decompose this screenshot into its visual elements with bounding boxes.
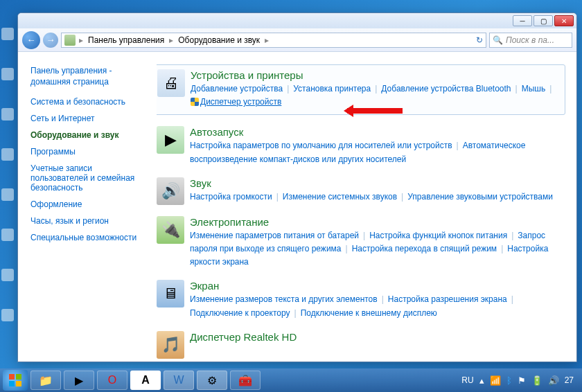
category-link[interactable]: Мышь [522, 84, 546, 93]
separator: | [452, 141, 463, 150]
minimize-button[interactable]: ─ [513, 15, 532, 26]
category-links: Изменение размеров текста и других элеме… [190, 293, 565, 319]
refresh-icon[interactable]: ↻ [476, 35, 483, 45]
category-links: Настройка параметров по умолчанию для но… [190, 139, 565, 166]
category-link[interactable]: Установка принтера [293, 84, 371, 93]
sidebar-home-label: Панель управления - [30, 66, 112, 75]
category-link[interactable]: Настройка функций кнопок питания [369, 231, 507, 240]
category: 🔊ЗвукНастройка громкости|Изменение систе… [157, 177, 565, 205]
desktop-icon[interactable] [1, 188, 14, 201]
desktop-icon[interactable] [1, 229, 14, 241]
category-link[interactable]: Изменение размеров текста и других элеме… [190, 294, 378, 304]
svg-rect-2 [9, 381, 15, 386]
category-link[interactable]: Подключение к внешнему дисплею [301, 308, 437, 318]
category: 🔌ЭлектропитаниеИзменение параметров пита… [157, 216, 565, 269]
category-link[interactable]: Добавление устройства Bluetooth [381, 84, 511, 93]
flag-icon[interactable]: ⚑ [518, 375, 526, 386]
category: 🎵Диспетчер Realtek HD [157, 331, 565, 359]
taskbar: 📁 ▶ O A W ⚙ 🧰 RU ▴ 📶 ᛒ ⚑ 🔋 🔊 27 [0, 368, 582, 392]
desktop-icon[interactable] [1, 108, 14, 121]
bluetooth-icon[interactable]: ᛒ [506, 375, 512, 386]
desktop-icon[interactable] [1, 309, 14, 321]
search-icon: 🔍 [493, 35, 503, 45]
content-area: 🖨Устройства и принтерыДобавление устройс… [157, 52, 576, 362]
taskbar-explorer[interactable]: 📁 [30, 371, 61, 390]
desktop-icon[interactable] [1, 68, 14, 80]
category-title[interactable]: Автозапуск [190, 126, 565, 138]
battery-icon[interactable]: 🔋 [531, 375, 543, 386]
category-title[interactable]: Устройства и принтеры [191, 69, 559, 81]
address-bar: ← → ▸ Панель управления ▸ Оборудование и… [18, 28, 576, 52]
system-tray: RU ▴ 📶 ᛒ ⚑ 🔋 🔊 27 [461, 375, 579, 386]
sidebar-item[interactable]: Специальные возможности [30, 233, 150, 242]
volume-icon[interactable]: 🔊 [548, 375, 559, 386]
close-button[interactable]: ✕ [554, 15, 574, 26]
category-link[interactable]: Настройка разрешения экрана [388, 294, 507, 304]
separator: | [545, 84, 556, 93]
category-title[interactable]: Экран [190, 280, 565, 292]
category-link[interactable]: Изменение параметров питания от батарей [190, 231, 359, 240]
separator: | [290, 308, 301, 318]
separator: | [342, 244, 352, 253]
breadcrumb[interactable]: ▸ Панель управления ▸ Оборудование и зву… [61, 33, 486, 48]
category-icon: 🎵 [157, 331, 184, 359]
category: ▶АвтозапускНастройка параметров по умолч… [157, 126, 565, 166]
sidebar: Панель управления - домашняя страница Си… [18, 52, 157, 362]
chevron-up-icon[interactable]: ▴ [479, 375, 484, 386]
category-link[interactable]: Управление звуковыми устройствами [407, 192, 553, 202]
separator: | [378, 294, 388, 304]
desktop-icon[interactable] [1, 269, 14, 281]
desktop-icons [1, 28, 15, 321]
category-title[interactable]: Диспетчер Realtek HD [190, 331, 565, 343]
taskbar-toolbox[interactable]: 🧰 [230, 371, 261, 390]
back-button[interactable]: ← [22, 31, 40, 49]
desktop-icon[interactable] [1, 148, 14, 161]
category-link[interactable]: Изменение системных звуков [283, 192, 397, 202]
category-icon: ▶ [157, 126, 184, 154]
separator: | [283, 84, 293, 93]
separator: | [397, 192, 407, 202]
separator: | [272, 192, 283, 202]
category-link[interactable]: Подключение к проектору [190, 308, 290, 318]
category-link[interactable]: Настройка параметров по умолчанию для но… [190, 141, 452, 150]
breadcrumb-current[interactable]: Оборудование и звук [177, 35, 261, 45]
sidebar-item[interactable]: Оформление [30, 199, 150, 209]
category-link[interactable]: Настройка перехода в спящий режим [352, 244, 497, 253]
sidebar-item[interactable]: Учетные записи пользователей и семейная … [30, 163, 150, 193]
category: 🖥ЭкранИзменение размеров текста и других… [157, 280, 565, 319]
network-icon[interactable]: 📶 [490, 375, 501, 386]
start-button[interactable] [3, 370, 28, 391]
taskbar-opera[interactable]: O [97, 371, 127, 390]
category-icon: 🔌 [157, 216, 184, 244]
svg-rect-3 [16, 381, 21, 386]
category-link[interactable]: Настройка громкости [190, 192, 272, 202]
sidebar-item[interactable]: Система и безопасность [30, 97, 150, 107]
tray-clock[interactable]: 27 [565, 375, 574, 385]
shield-icon [191, 98, 199, 106]
search-input[interactable]: 🔍 Поиск в па... [489, 33, 572, 48]
separator: | [359, 231, 369, 240]
lang-indicator[interactable]: RU [461, 375, 473, 385]
category-title[interactable]: Звук [190, 177, 565, 189]
maximize-button[interactable]: ▢ [534, 15, 553, 26]
sidebar-home[interactable]: Панель управления - домашняя страница [30, 66, 150, 87]
category-link[interactable]: Диспетчер устройств [200, 97, 281, 107]
sidebar-item[interactable]: Оборудование и звук [30, 130, 150, 140]
sidebar-item[interactable]: Часы, язык и регион [30, 216, 150, 226]
sidebar-item[interactable]: Программы [30, 147, 150, 157]
category-link[interactable]: Добавление устройства [191, 84, 283, 93]
separator: | [371, 84, 381, 93]
forward-button[interactable]: → [43, 33, 58, 48]
separator: | [511, 84, 522, 93]
category-title[interactable]: Электропитание [190, 216, 565, 228]
breadcrumb-root[interactable]: Панель управления [87, 35, 166, 45]
sidebar-item[interactable]: Сеть и Интернет [30, 114, 150, 123]
category-links: Настройка громкости|Изменение системных … [190, 190, 565, 204]
taskbar-mediaplayer[interactable]: ▶ [64, 371, 94, 390]
category-links: Изменение параметров питания от батарей|… [190, 229, 565, 269]
taskbar-app[interactable]: A [130, 371, 161, 390]
taskbar-word[interactable]: W [164, 371, 194, 390]
desktop-icon[interactable] [1, 28, 14, 40]
category-icon: 🖨 [157, 69, 185, 97]
taskbar-control-panel[interactable]: ⚙ [197, 371, 227, 390]
